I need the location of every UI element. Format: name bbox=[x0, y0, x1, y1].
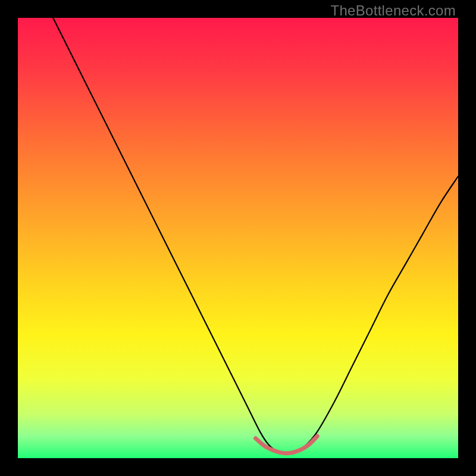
watermark-text: TheBottleneck.com bbox=[330, 2, 456, 19]
curve-layer bbox=[18, 18, 458, 458]
plot-area bbox=[18, 18, 458, 458]
chart-frame: TheBottleneck.com bbox=[0, 0, 476, 476]
bottleneck-curve bbox=[53, 18, 458, 454]
